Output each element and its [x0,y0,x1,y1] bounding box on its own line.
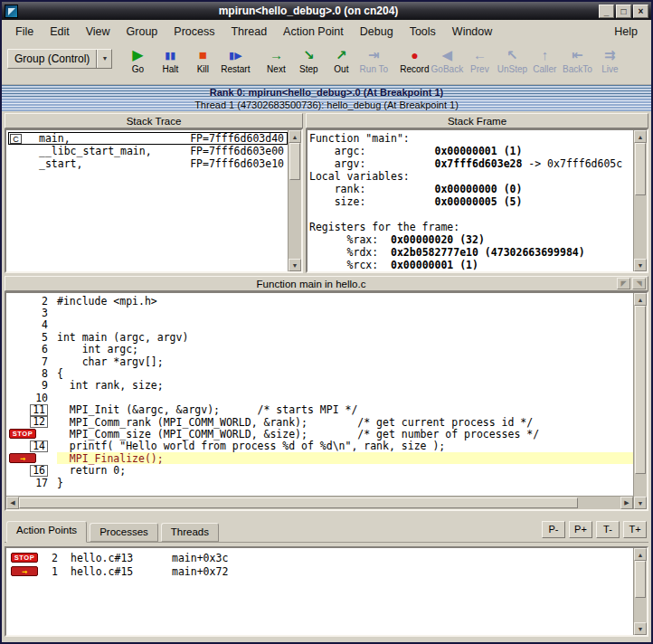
scroll-up-button[interactable]: ▲ [289,130,301,143]
stack-frame-row[interactable]: C main, FP=7fff6d603d40 [8,132,288,145]
scrollbar-track[interactable] [634,143,647,259]
unstep-button[interactable]: ↖ UnStep [496,45,528,81]
program-counter-arrow-icon[interactable]: → [9,453,36,463]
breakpoint-stop-icon[interactable]: STOP [9,429,36,439]
menu-tools[interactable]: Tools [402,22,444,42]
tab-processes[interactable]: Processes [90,523,158,542]
line-gutter[interactable]: 17 [6,477,57,488]
process-minus-button[interactable]: P- [542,521,565,538]
scroll-up-button[interactable]: ▲ [634,548,647,561]
line-gutter[interactable]: 10 [6,392,57,403]
undive-button[interactable]: ◤ [617,278,630,289]
scrollbar-track[interactable] [634,306,647,497]
variable-line[interactable]: argv: 0x7fff6d603e28 -> 0x7fff6d605c [309,157,633,170]
menu-view[interactable]: View [78,22,118,42]
caller-button[interactable]: ↑ Caller [528,45,561,81]
stack-frame-row[interactable]: _start, FP=7fff6d603e10 [8,157,288,170]
scroll-down-button[interactable]: ▼ [634,259,647,271]
scrollbar-thumb[interactable] [289,143,300,180]
goback-button[interactable]: ◀ GoBack [431,45,463,81]
tab-action-points[interactable]: Action Points [6,521,87,543]
menu-process[interactable]: Process [166,22,222,42]
scrollbar-track[interactable] [19,497,620,509]
step-button[interactable]: ↘ Step [292,45,325,81]
prev-button[interactable]: ← Prev [463,45,496,81]
group-selector-dropdown[interactable]: Group (Control) ▼ [7,49,112,69]
process-plus-button[interactable]: P+ [569,521,592,538]
line-gutter[interactable]: 5 [6,331,57,343]
scroll-right-button[interactable]: ▶ [620,497,633,509]
register-line[interactable]: %rax: 0x00000020 (32) [309,233,633,246]
thread-plus-button[interactable]: T+ [623,521,647,538]
line-gutter[interactable]: 8 [6,367,57,379]
line-gutter[interactable]: 16 [6,464,57,476]
line-gutter[interactable]: 6 [6,344,57,355]
action-point-row[interactable]: → 1 hello.c#15 main+0x72 [9,564,633,578]
live-button[interactable]: ⇉ Live [593,45,626,81]
minimize-button[interactable]: _ [599,5,614,18]
scrollbar-thumb[interactable] [635,561,646,598]
scrollbar-track[interactable] [289,143,301,259]
frame-info-line[interactable]: Function "main": [309,132,633,145]
horizontal-scrollbar[interactable]: ◀ ▶ [6,496,633,509]
scrollbar-track[interactable] [634,561,647,622]
scroll-down-button[interactable]: ▼ [634,497,647,509]
line-gutter[interactable]: STOP [6,428,57,440]
scroll-down-button[interactable]: ▼ [634,622,647,635]
restart-button[interactable]: ▮▶ Restart [219,45,251,81]
source-line: 5int main (argc, argv) [6,331,633,343]
variable-line[interactable]: rank: 0x00000000 (0) [309,183,633,195]
line-gutter[interactable]: 7 [6,355,57,367]
line-gutter[interactable]: → [6,452,57,464]
backto-button[interactable]: ⇤ BackTo [561,45,593,81]
frame-info-line[interactable]: Local variables: [309,170,633,183]
halt-button[interactable]: ▮▮ Halt [154,45,186,81]
scroll-up-button[interactable]: ▲ [634,293,647,306]
line-gutter[interactable]: 2 [6,295,57,307]
line-gutter[interactable]: 12 [6,416,57,428]
scroll-up-button[interactable]: ▲ [634,130,647,143]
kill-button[interactable]: ■ Kill [186,45,219,81]
menu-window[interactable]: Window [444,22,500,42]
stack-frame-row[interactable]: __libc_start_main, FP=7fff6d603e00 [8,145,288,157]
source-line: 16 return 0; [6,464,633,476]
line-gutter[interactable]: 14 [6,440,57,452]
next-button[interactable]: → Next [260,45,292,81]
action-point-row[interactable]: STOP 2 hello.c#13 main+0x3c [9,551,633,564]
line-gutter[interactable]: 9 [6,380,57,392]
maximize-button[interactable]: □ [616,5,631,18]
stack-frame-header: Stack Frame [306,113,648,128]
menu-edit[interactable]: Edit [42,22,78,42]
register-line[interactable]: %rdx: 0x2b0582777e10 (47302663699984) [309,246,633,259]
scrollbar-thumb[interactable] [19,497,578,508]
menu-group[interactable]: Group [118,22,166,42]
variable-line[interactable]: size: 0x00000005 (5) [309,195,633,208]
vertical-scrollbar[interactable]: ▲ ▼ [633,130,647,271]
out-button[interactable]: ↗ Out [325,45,357,81]
step-icon: ↘ [303,47,315,63]
scroll-down-button[interactable]: ▼ [289,259,301,271]
vertical-scrollbar[interactable]: ▲ ▼ [633,548,647,635]
scroll-left-button[interactable]: ◀ [6,497,19,509]
scrollbar-thumb[interactable] [635,306,646,474]
variable-line[interactable]: argc: 0x00000001 (1) [309,145,633,157]
menu-action-point[interactable]: Action Point [275,22,352,42]
register-line[interactable]: %rcx: 0x00000001 (1) [309,259,633,271]
scrollbar-thumb[interactable] [635,143,646,195]
menu-debug[interactable]: Debug [352,22,402,42]
line-gutter[interactable]: 4 [6,319,57,331]
vertical-scrollbar[interactable]: ▲ ▼ [633,293,647,509]
record-button[interactable]: ● Record [398,45,431,81]
menu-help[interactable]: Help [606,22,646,42]
tab-threads[interactable]: Threads [161,523,219,542]
menu-thread[interactable]: Thread [222,22,275,42]
close-button[interactable]: × [633,5,648,18]
line-gutter[interactable]: 11 [6,404,57,416]
menu-file[interactable]: File [7,22,42,42]
redive-button[interactable]: ◥ [632,278,646,289]
run-to-button[interactable]: ⇥ Run To [357,45,390,81]
vertical-scrollbar[interactable]: ▲ ▼ [288,130,301,271]
thread-minus-button[interactable]: T- [596,521,620,538]
go-button[interactable]: ▶ Go [121,45,154,81]
line-gutter[interactable]: 3 [6,307,57,318]
